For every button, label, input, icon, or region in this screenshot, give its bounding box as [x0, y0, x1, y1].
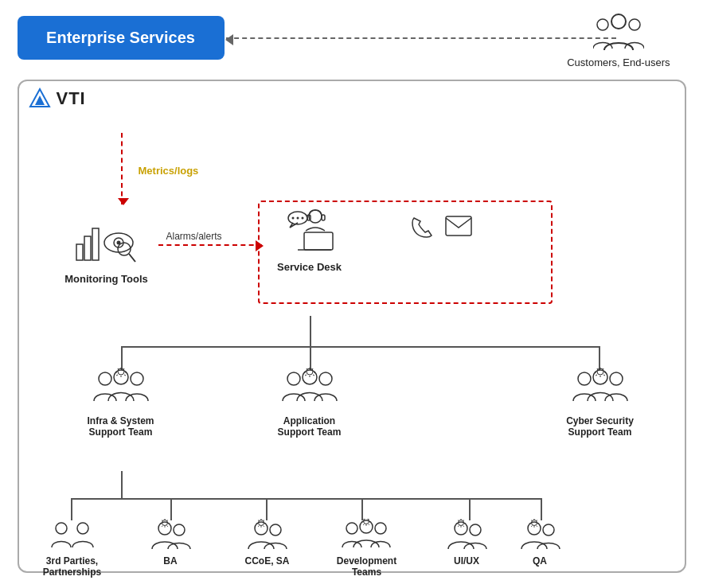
- enterprise-services-label: Enterprise Services: [46, 29, 195, 47]
- ba-label: BA: [163, 555, 177, 567]
- svg-point-37: [158, 522, 171, 535]
- monitoring-label: Monitoring Tools: [64, 273, 147, 285]
- infra-team-label: Infra & SystemSupport Team: [87, 415, 154, 438]
- dev-teams-area: DevelopmentTeams: [331, 519, 403, 578]
- ccoe-icon: [245, 519, 289, 552]
- qa-icon: [518, 519, 562, 552]
- cyber-team-area: Cyber SecuritySupport Team: [549, 368, 652, 438]
- cyber-team-icon: [568, 368, 632, 411]
- svg-rect-19: [322, 215, 325, 220]
- dev-teams-label: DevelopmentTeams: [337, 555, 396, 578]
- uiux-label: UI/UX: [454, 555, 479, 567]
- vti-text: VTI: [57, 88, 86, 109]
- svg-point-16: [301, 216, 303, 219]
- svg-point-34: [597, 368, 603, 375]
- customers-label: Customers, End-users: [567, 56, 670, 68]
- qa-area: QA: [514, 519, 566, 567]
- infra-team-icon: [89, 368, 153, 411]
- org-line-uiux: [469, 498, 471, 520]
- svg-point-14: [291, 216, 294, 219]
- svg-rect-7: [92, 228, 99, 260]
- svg-point-1: [597, 19, 608, 30]
- alarms-label: Alarms/alerts: [166, 231, 222, 242]
- svg-point-51: [543, 524, 554, 535]
- svg-point-30: [307, 368, 313, 375]
- email-icon: [444, 215, 473, 237]
- svg-point-31: [578, 372, 591, 385]
- org-line-3rd: [71, 498, 72, 520]
- svg-point-2: [629, 19, 640, 30]
- svg-point-47: [455, 522, 467, 535]
- app-team-icon: [278, 368, 342, 411]
- org-line-horizontal-top: [121, 346, 599, 348]
- org-line-ccoe: [266, 498, 268, 520]
- svg-rect-22: [446, 216, 471, 236]
- svg-line-12: [129, 254, 135, 262]
- svg-point-48: [470, 524, 481, 535]
- customers-area: Customers, End-users: [567, 12, 670, 68]
- svg-marker-4: [35, 95, 45, 105]
- ba-area: BA: [145, 519, 197, 567]
- org-line-dev: [361, 498, 363, 520]
- svg-point-43: [346, 523, 357, 534]
- svg-point-23: [99, 372, 111, 385]
- org-line-ba: [170, 498, 172, 520]
- ccoe-label: CCoE, SA: [244, 555, 289, 567]
- org-line-app: [310, 346, 311, 370]
- svg-point-41: [270, 524, 281, 535]
- vti-logo: VTI: [29, 88, 86, 110]
- 3rd-parties-label: 3rd Parties,Partnerships: [43, 555, 101, 578]
- customers-icon: [593, 12, 644, 53]
- svg-point-36: [77, 523, 88, 534]
- svg-point-29: [319, 372, 332, 385]
- svg-point-40: [255, 522, 268, 535]
- uiux-area: UI/UX: [441, 519, 493, 567]
- svg-point-45: [375, 523, 386, 534]
- servicedesk-label: Service Desk: [277, 261, 342, 273]
- servicedesk-icon: [282, 208, 338, 256]
- org-line-infra-down: [121, 471, 123, 499]
- qa-label: QA: [533, 555, 547, 567]
- enterprise-services-box: Enterprise Services: [18, 16, 225, 60]
- org-line-main-vertical: [310, 316, 311, 348]
- monitoring-icon: [75, 220, 139, 268]
- svg-point-44: [360, 520, 373, 533]
- app-team-label: ApplicationSupport Team: [278, 415, 342, 438]
- org-line-qa: [541, 498, 542, 520]
- svg-point-38: [174, 524, 185, 535]
- service-desk-area: Service Desk: [266, 208, 353, 273]
- alarms-arrow: [158, 244, 262, 246]
- cyber-team-label: Cyber SecuritySupport Team: [566, 415, 634, 438]
- svg-point-50: [528, 522, 541, 535]
- svg-point-15: [296, 216, 299, 219]
- svg-rect-20: [304, 232, 333, 250]
- metrics-arrow: [121, 133, 123, 204]
- infra-team-area: Infra & SystemSupport Team: [73, 368, 169, 438]
- customers-to-enterprise-arrow: [226, 37, 616, 39]
- main-container: Enterprise Services Customers, End-users…: [10, 8, 694, 581]
- svg-rect-5: [76, 244, 83, 260]
- 3rd-parties-icon: [50, 519, 94, 552]
- monitoring-tools-area: Monitoring Tools: [59, 220, 154, 285]
- dev-teams-icon: [341, 519, 393, 552]
- org-line-infra: [121, 346, 123, 370]
- 3rd-parties-area: 3rd Parties,Partnerships: [37, 519, 108, 578]
- ccoe-area: CCoE, SA: [236, 519, 299, 567]
- svg-rect-6: [84, 236, 91, 260]
- phone-icon: [409, 215, 435, 240]
- ba-icon: [149, 519, 193, 552]
- app-team-area: ApplicationSupport Team: [262, 368, 357, 438]
- svg-point-27: [287, 372, 300, 385]
- vti-container: VTI Metrics/logs Monitoring Tools: [18, 80, 686, 573]
- svg-point-33: [610, 372, 623, 385]
- vti-logo-icon: [29, 88, 51, 110]
- metrics-label: Metrics/logs: [139, 165, 199, 177]
- svg-point-0: [611, 14, 626, 29]
- org-line-cyber: [599, 346, 600, 370]
- svg-point-26: [118, 368, 124, 375]
- contact-icons: [409, 215, 473, 240]
- uiux-icon: [445, 519, 489, 552]
- svg-point-25: [131, 372, 143, 385]
- svg-point-35: [56, 523, 67, 534]
